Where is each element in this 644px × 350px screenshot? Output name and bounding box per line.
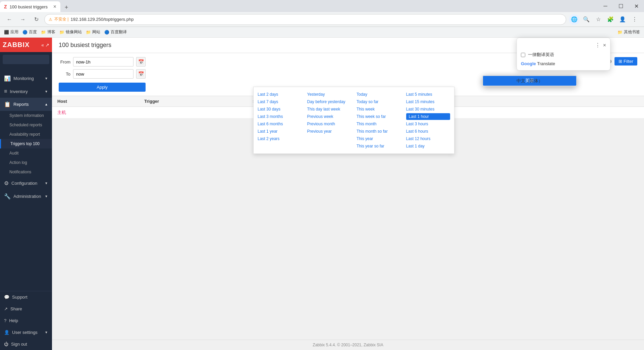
reports-chevron: ▲ [45,102,48,106]
date-this-week[interactable]: This week [357,106,401,113]
support-label: Support [12,295,28,300]
bookmark-baidu[interactable]: 🔵百度 [22,29,37,35]
date-this-month[interactable]: This month [357,121,401,127]
sidebar-item-reports[interactable]: 📋 Reports ▲ [0,98,52,111]
sidebar-sub-action-log[interactable]: Action log [0,158,52,167]
sidebar-item-monitoring[interactable]: 📊 Monitoring ▼ [0,72,52,85]
date-last-3-hours[interactable]: Last 3 hours [406,121,450,127]
date-last-1-hour[interactable]: Last 1 hour [406,113,450,120]
tab-close-button[interactable]: × [53,4,56,10]
date-this-week-so-far[interactable]: This week so far [357,113,401,120]
sidebar-sub-triggers-top-100[interactable]: Triggers top 100 [0,139,52,148]
date-this-year[interactable]: This year [357,135,401,142]
date-this-month-so-far[interactable]: This month so far [357,128,401,135]
sidebar-sub-notifications[interactable]: Notifications [0,167,52,177]
sidebar-bottom-user-settings[interactable]: 👤 User settings ▼ [0,326,52,338]
date-last-2-days[interactable]: Last 2 days [258,91,302,98]
date-previous-year[interactable]: Previous year [307,128,352,135]
lang-chinese-button[interactable]: 中文（简体） [483,76,577,86]
sidebar-collapse-button[interactable]: « [41,42,44,48]
bookmark-others[interactable]: 📁其他书签 [618,29,640,35]
sidebar-sub-system-information[interactable]: System information [0,111,52,120]
bookmark-mirror[interactable]: 📁镜像网站 [59,29,82,35]
bookmark-translate[interactable]: 🔵百度翻译 [104,29,127,35]
active-tab[interactable]: Z 100 busiest triggers × [0,1,60,12]
date-yesterday[interactable]: Yesterday [307,91,352,98]
host-link[interactable]: 主机 [57,110,66,115]
user-settings-icon: 👤 [4,330,9,335]
sidebar-search-input[interactable] [3,55,49,64]
extension-button[interactable]: 🧩 [605,14,616,25]
sidebar-item-configuration[interactable]: ⚙ Configuration ▼ [0,177,52,190]
address-bar[interactable]: ⚠ 不安全 | 192.168.129.250/toptriggers.php [44,14,566,25]
filter-button[interactable]: ⊞ Filter [614,57,637,65]
administration-icon: 🔧 [4,193,11,200]
to-filter-group: To 📅 [59,69,146,79]
translate-close-button[interactable]: × [603,42,606,48]
sidebar-bottom-support[interactable]: 💬 Support [0,291,52,303]
date-last-1-year[interactable]: Last 1 year [258,128,302,135]
translate-brand-text: Translate [537,61,555,66]
date-previous-month[interactable]: Previous month [307,121,352,127]
date-last-5-min[interactable]: Last 5 minutes [406,91,450,98]
bookmark-button[interactable]: ☆ [593,14,604,25]
date-today[interactable]: Today [357,91,401,98]
date-last-2-years[interactable]: Last 2 years [258,135,302,142]
to-input[interactable] [73,69,133,79]
date-last-6-hours[interactable]: Last 6 hours [406,128,450,135]
search-button[interactable]: 🔍 [581,14,592,25]
date-previous-week[interactable]: Previous week [307,113,352,120]
sidebar-sub-audit[interactable]: Audit [0,148,52,158]
translate-more-button[interactable]: ⋮ [595,42,600,48]
date-last-30-days[interactable]: Last 30 days [258,106,302,113]
forward-button[interactable]: → [17,14,28,25]
to-calendar-button[interactable]: 📅 [136,69,146,79]
new-tab-button[interactable]: + [62,3,71,12]
sidebar-item-administration[interactable]: 🔧 Administration ▼ [0,190,52,203]
share-label: Share [10,306,22,311]
profile-button[interactable]: 👤 [617,14,628,25]
from-input[interactable] [73,57,133,67]
sidebar-bottom-sign-out[interactable]: ⏻ Sign out [0,338,52,350]
bookmark-apps[interactable]: ⬛应用 [4,29,18,35]
bookmark-website[interactable]: 📁网站 [86,29,100,35]
sidebar-expand-button[interactable]: ↗ [45,42,49,48]
sign-out-icon: ⏻ [4,342,8,347]
date-last-15-min[interactable]: Last 15 minutes [406,98,450,105]
support-icon: 💬 [4,295,9,300]
maximize-button[interactable]: ☐ [613,0,629,12]
reload-button[interactable]: ↻ [31,14,42,25]
back-button[interactable]: ← [4,14,15,25]
date-last-30-min[interactable]: Last 30 minutes [406,106,450,113]
menu-button[interactable]: ⋮ [629,14,640,25]
date-last-12-hours[interactable]: Last 12 hours [406,135,450,142]
reports-icon: 📋 [4,101,11,107]
sidebar-bottom-help[interactable]: ? Help [0,315,52,326]
minimize-button[interactable]: ─ [598,0,613,12]
browser-window: Z 100 busiest triggers × + ─ ☐ ✕ ← → ↻ ⚠… [0,0,644,350]
date-today-so-far[interactable]: Today so far [357,98,401,105]
date-last-6-months[interactable]: Last 6 months [258,121,302,127]
sidebar-sub-availability-report[interactable]: Availability report [0,130,52,139]
browser-action-buttons: 🌐 🔍 ☆ 🧩 👤 ⋮ [569,14,640,25]
sidebar-bottom-share[interactable]: ↗ Share [0,303,52,315]
monitoring-icon: 📊 [4,75,11,82]
date-last-1-day[interactable]: Last 1 day [406,143,450,149]
sidebar-sub-scheduled-reports[interactable]: Scheduled reports [0,120,52,130]
sidebar-item-administration-label: Administration [13,194,41,199]
bookmark-blog[interactable]: 📁博客 [41,29,55,35]
date-day-before-yesterday[interactable]: Day before yesterday [307,98,352,105]
from-calendar-button[interactable]: 📅 [136,57,146,67]
date-this-year-so-far[interactable]: This year so far [357,143,401,149]
close-window-button[interactable]: ✕ [629,0,644,12]
always-translate-checkbox[interactable] [521,53,525,57]
apply-button[interactable]: Apply [59,83,146,92]
translate-button[interactable]: 🌐 [569,14,580,25]
footer-text: Zabbix 5.4.4. © 2001–2021, Zabbix SIA [313,343,383,347]
date-this-day-last-week[interactable]: This day last week [307,106,352,113]
date-last-7-days[interactable]: Last 7 days [258,98,302,105]
col-host: Host [52,96,139,107]
translate-popup: 英语 中文（简体） ⋮ × 一律翻译英语 Google Translate [517,38,610,71]
sidebar-item-inventory[interactable]: ≡ Inventory ▼ [0,85,52,98]
date-last-3-months[interactable]: Last 3 months [258,113,302,120]
